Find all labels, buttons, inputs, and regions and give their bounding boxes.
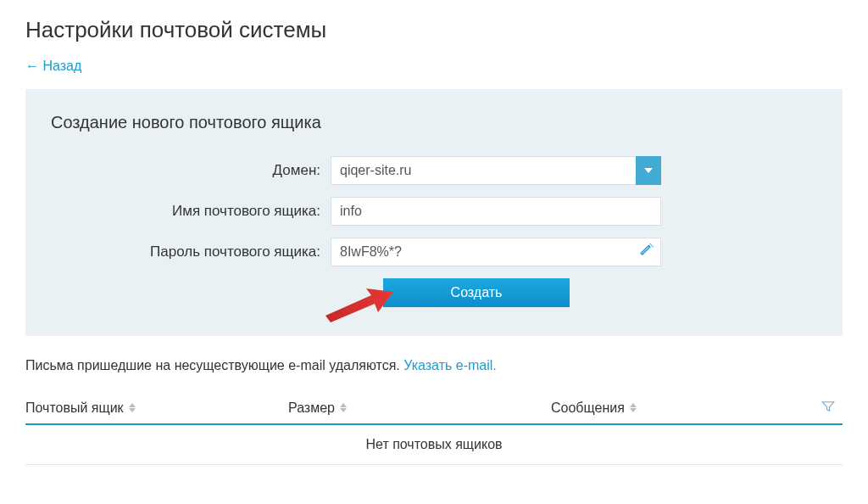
set-email-link[interactable]: Указать e-mail. xyxy=(403,358,497,372)
domain-select[interactable]: qiqer-site.ru xyxy=(331,156,661,185)
domain-dropdown-button[interactable] xyxy=(636,156,661,185)
mailbox-password-row: Пароль почтового ящика: xyxy=(51,238,817,266)
mailbox-name-row: Имя почтового ящика: xyxy=(51,197,817,226)
mailbox-name-input[interactable] xyxy=(331,197,661,226)
col-size[interactable]: Размер xyxy=(288,400,551,416)
panel-title: Создание нового почтового ящика xyxy=(51,113,817,132)
page-title: Настройки почтовой системы xyxy=(25,17,843,43)
create-mailbox-panel: Создание нового почтового ящика Домен: q… xyxy=(25,89,843,336)
col-mailbox-label: Почтовый ящик xyxy=(25,400,124,416)
filter-icon[interactable] xyxy=(821,399,843,417)
mailbox-password-label: Пароль почтового ящика: xyxy=(51,244,331,260)
mailbox-password-input[interactable] xyxy=(331,238,661,266)
generate-password-icon[interactable] xyxy=(639,244,654,261)
back-link[interactable]: ← Назад xyxy=(25,59,81,74)
mailboxes-table: Почтовый ящик Размер Сообщения Нет почто… xyxy=(25,399,843,465)
col-mailbox[interactable]: Почтовый ящик xyxy=(25,400,288,416)
sort-icon xyxy=(129,403,136,412)
chevron-down-icon xyxy=(644,168,653,173)
table-header: Почтовый ящик Размер Сообщения xyxy=(25,399,843,425)
col-messages-label: Сообщения xyxy=(551,400,625,416)
domain-row: Домен: qiqer-site.ru xyxy=(51,156,817,185)
col-messages[interactable]: Сообщения xyxy=(551,400,821,416)
notice-text: Письма пришедшие на несуществующие e-mai… xyxy=(25,358,843,373)
domain-label: Домен: xyxy=(51,162,331,179)
sort-icon xyxy=(340,403,347,412)
submit-row: Создать xyxy=(51,278,817,307)
col-size-label: Размер xyxy=(288,400,335,416)
empty-row: Нет почтовых ящиков xyxy=(25,425,843,465)
sort-icon xyxy=(630,403,637,412)
mailbox-name-label: Имя почтового ящика: xyxy=(51,203,331,220)
create-button[interactable]: Создать xyxy=(383,278,570,307)
notice-message: Письма пришедшие на несуществующие e-mai… xyxy=(25,358,403,372)
domain-value: qiqer-site.ru xyxy=(331,156,636,185)
